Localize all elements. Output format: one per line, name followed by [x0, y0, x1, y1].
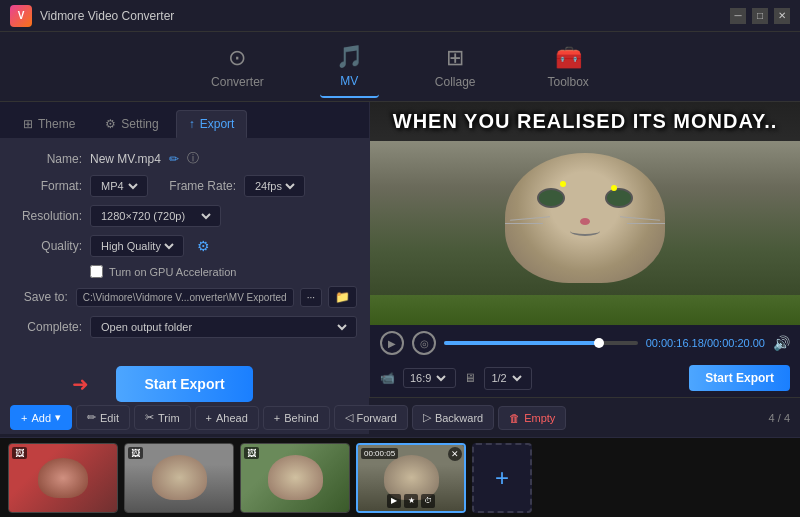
video-icon: 📹	[380, 371, 395, 385]
export-form: Name: New MV.mp4 ✏ ⓘ Format: MP4 MKV AVI…	[0, 138, 369, 434]
film-close-button[interactable]: ✕	[448, 447, 462, 461]
film-item-3[interactable]: 🖼	[240, 443, 350, 513]
tab-setting[interactable]: ⚙ Setting	[92, 110, 171, 138]
page-select[interactable]: 1/2 ▾	[484, 367, 531, 390]
film-badge-1: 🖼	[12, 447, 27, 459]
forward-label: Forward	[357, 412, 397, 424]
gpu-checkbox[interactable]	[90, 265, 103, 278]
page-value: 1/2	[491, 372, 506, 384]
volume-icon[interactable]: 🔊	[773, 335, 790, 351]
film-clock-icon[interactable]: ⏱	[421, 494, 435, 508]
tab-export[interactable]: ↑ Export	[176, 110, 248, 138]
film-badge-2: 🖼	[128, 447, 143, 459]
empty-label: Empty	[524, 412, 555, 424]
nav-converter-label: Converter	[211, 75, 264, 89]
tab-theme[interactable]: ⊞ Theme	[10, 110, 88, 138]
maximize-button[interactable]: □	[752, 8, 768, 24]
name-label: Name:	[12, 152, 82, 166]
minimize-button[interactable]: ─	[730, 8, 746, 24]
quality-select[interactable]: High Quality Standard Low	[90, 235, 184, 257]
film-play-icon[interactable]: ▶	[387, 494, 401, 508]
start-export-area: ➜ Start Export	[12, 346, 357, 422]
ratio-value: 16:9	[410, 372, 431, 384]
right-panel: WHEN YOU REALISED ITS MONDAY..	[370, 102, 800, 397]
nav-mv-label: MV	[340, 74, 358, 88]
framerate-dropdown[interactable]: 24fps 30fps 60fps	[251, 179, 298, 193]
time-display: 00:00:16.18/00:00:20.00	[646, 337, 765, 349]
meme-text: WHEN YOU REALISED ITS MONDAY..	[370, 102, 800, 141]
nav-toolbox-label: Toolbox	[548, 75, 589, 89]
film-badge-3: 🖼	[244, 447, 259, 459]
nav-toolbox[interactable]: 🧰 Toolbox	[532, 37, 605, 97]
browse-dots-button[interactable]: ···	[300, 288, 322, 307]
film-item-4[interactable]: 00:00:05 ✕ ▶ ★ ⏱	[356, 443, 466, 513]
save-row: Save to: C:\Vidmore\Vidmore V...onverter…	[12, 286, 357, 308]
edit-name-icon[interactable]: ✏	[169, 152, 179, 166]
film-item-2[interactable]: 🖼	[124, 443, 234, 513]
save-path: C:\Vidmore\Vidmore V...onverter\MV Expor…	[76, 288, 294, 307]
resolution-dropdown[interactable]: 1280×720 (720p) 1920×1080 (1080p) 854×48…	[97, 209, 214, 223]
gpu-label[interactable]: Turn on GPU Acceleration	[109, 266, 236, 278]
resolution-row: Resolution: 1280×720 (720p) 1920×1080 (1…	[12, 205, 357, 227]
resolution-select[interactable]: 1280×720 (720p) 1920×1080 (1080p) 854×48…	[90, 205, 221, 227]
framerate-select[interactable]: 24fps 30fps 60fps	[244, 175, 305, 197]
video-thumbnail: WHEN YOU REALISED ITS MONDAY..	[370, 102, 800, 325]
snapshot-button[interactable]: ◎	[412, 331, 436, 355]
nav-converter[interactable]: ⊙ Converter	[195, 37, 280, 97]
page-dropdown[interactable]: ▾	[511, 370, 525, 387]
film-timer-badge: 00:00:05	[361, 448, 398, 459]
mv-icon: 🎵	[336, 44, 363, 70]
gpu-row: Turn on GPU Acceleration	[12, 265, 357, 278]
theme-icon: ⊞	[23, 117, 33, 131]
top-nav: ⊙ Converter 🎵 MV ⊞ Collage 🧰 Toolbox	[0, 32, 800, 102]
format-dropdown[interactable]: MP4 MKV AVI	[97, 179, 141, 193]
export-icon: ↑	[189, 117, 195, 131]
quality-settings-button[interactable]: ⚙	[192, 235, 214, 257]
start-export-right-button[interactable]: Start Export	[689, 365, 790, 391]
clip-count: 4 / 4	[769, 412, 790, 424]
resolution-label: Resolution:	[12, 209, 82, 223]
format-select[interactable]: MP4 MKV AVI	[90, 175, 148, 197]
progress-handle[interactable]	[594, 338, 604, 348]
left-panel: ⊞ Theme ⚙ Setting ↑ Export Name: New MV.…	[0, 102, 370, 397]
nav-mv[interactable]: 🎵 MV	[320, 36, 379, 98]
app-logo: V	[10, 5, 32, 27]
controls-row2: 📹 16:9 ▾ 🖥 1/2 ▾ Start Export	[370, 361, 800, 397]
save-label: Save to:	[12, 290, 68, 304]
nav-collage[interactable]: ⊞ Collage	[419, 37, 492, 97]
start-export-button[interactable]: Start Export	[116, 366, 252, 402]
name-value: New MV.mp4	[90, 152, 161, 166]
quality-dropdown[interactable]: High Quality Standard Low	[97, 239, 177, 253]
complete-dropdown[interactable]: Open output folder Do nothing Shut down	[97, 320, 350, 334]
open-folder-button[interactable]: 📁	[328, 286, 357, 308]
ratio-dropdown[interactable]: ▾	[435, 371, 449, 385]
complete-select[interactable]: Open output folder Do nothing Shut down	[90, 316, 357, 338]
film-star-icon[interactable]: ★	[404, 494, 418, 508]
backward-icon: ▷	[423, 411, 431, 424]
ratio-select[interactable]: 16:9 ▾	[403, 368, 456, 388]
progress-fill	[444, 341, 599, 345]
window-controls: ─ □ ✕	[730, 8, 790, 24]
name-row: Name: New MV.mp4 ✏ ⓘ	[12, 150, 357, 167]
app-title: Vidmore Video Converter	[40, 9, 730, 23]
info-icon[interactable]: ⓘ	[187, 150, 199, 167]
filmstrip: 🖼 🖼 🖼 00:00:05 ✕ ▶ ★ ⏱ +	[0, 437, 800, 517]
progress-bar[interactable]	[444, 341, 638, 345]
format-row: Format: MP4 MKV AVI Frame Rate: 24fps 30…	[12, 175, 357, 197]
empty-button[interactable]: 🗑 Empty	[498, 406, 566, 430]
tab-setting-label: Setting	[121, 117, 158, 131]
play-button[interactable]: ▶	[380, 331, 404, 355]
backward-button[interactable]: ▷ Backward	[412, 405, 494, 430]
screen-icon: 🖥	[464, 371, 476, 385]
film-controls: ▶ ★ ⏱	[387, 494, 435, 508]
backward-label: Backward	[435, 412, 483, 424]
complete-row: Complete: Open output folder Do nothing …	[12, 316, 357, 338]
main-layout: ⊞ Theme ⚙ Setting ↑ Export Name: New MV.…	[0, 102, 800, 397]
arrow-icon: ➜	[72, 372, 89, 396]
quality-label: Quality:	[12, 239, 82, 253]
close-button[interactable]: ✕	[774, 8, 790, 24]
film-item-1[interactable]: 🖼	[8, 443, 118, 513]
toolbox-icon: 🧰	[555, 45, 582, 71]
complete-label: Complete:	[12, 320, 82, 334]
add-clip-button[interactable]: +	[472, 443, 532, 513]
